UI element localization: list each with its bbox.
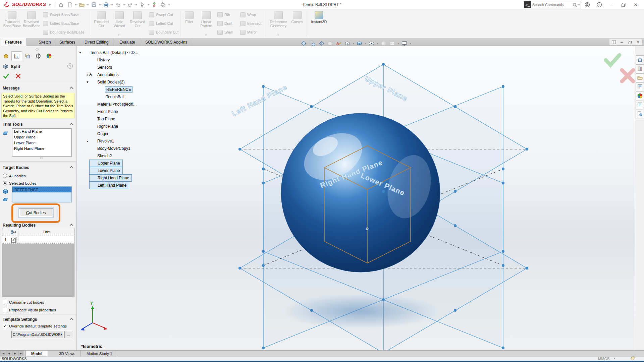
view-settings-dropdown[interactable]: ▾ [409,42,412,45]
restore-button[interactable] [618,1,629,9]
tree-item-revolve1[interactable]: ▸Revolve1 [86,137,115,145]
cancel-button[interactable] [15,73,21,80]
checkbox[interactable] [3,308,7,312]
trim-tool-item[interactable]: Upper Plane [12,134,71,140]
tab-surfaces[interactable]: Surfaces [55,38,80,46]
radio-all-bodies[interactable]: All bodies [3,174,26,178]
rib-button[interactable]: Rib [217,11,230,18]
tree-item-reference-body[interactable]: REFERENCE [98,86,132,93]
revolved-boss-base-button[interactable]: Revolved Boss/Base [22,11,41,28]
next-tab-button[interactable]: ▶ [12,351,18,356]
taskpane-view-palette-button[interactable] [636,82,644,91]
checkbox[interactable] [3,300,7,304]
search-commands-box[interactable]: >_ ▾ [524,1,581,8]
pane-layout-button[interactable] [610,39,618,45]
section-view-button[interactable] [326,39,334,47]
view-orientation-dropdown[interactable]: ▾ [364,42,367,45]
expand-arrow-icon[interactable]: ▼ [86,80,89,84]
radio-circle[interactable] [3,174,7,178]
apply-scene-button[interactable] [388,39,396,47]
last-tab-button[interactable]: ▶| [18,351,24,356]
trim-tools-list[interactable]: Left Hand Plane Upper Plane Lower Plane … [12,128,72,157]
tree-item-annotations[interactable]: ▸AAnnotations [86,71,119,78]
annotation-view-button[interactable]: A [334,39,343,47]
collapse-resulting-chevron[interactable] [69,224,73,227]
consume-cut-bodies-option[interactable]: Consume cut bodies [3,300,44,304]
display-style-button[interactable] [343,39,352,47]
tree-item-right-hand-plane[interactable]: Right Hand Plane [89,174,132,182]
tree-item-tennisball-body[interactable]: TennisBall [98,93,125,101]
tab-display-manager[interactable] [44,51,54,61]
message-section-header[interactable]: Message [3,86,20,90]
browse-button[interactable]: ... [64,331,73,338]
collapse-trim-chevron[interactable] [69,123,73,126]
minimize-button[interactable]: ─ [606,1,617,9]
target-body-item-selected[interactable]: REFERENCE [12,187,71,192]
trim-tools-section-header[interactable]: Trim Tools [3,122,23,127]
taskpane-design-library-button[interactable] [636,64,644,73]
extruded-boss-base-button[interactable]: Extruded Boss/Base [3,11,21,28]
lofted-boss-base-button[interactable]: Lofted Boss/Base [43,20,79,27]
tab-model[interactable]: Model [25,351,48,356]
wrap-button[interactable]: Wrap [240,11,256,18]
tab-solidworks-add-ins[interactable]: SOLIDWORKS Add-Ins [141,38,192,46]
mirror-button[interactable]: Mirror [240,29,257,36]
linear-pattern-button[interactable]: Linear Pattern [197,11,215,28]
revolved-cut-button[interactable]: Revolved Cut [129,11,146,28]
tab-property-manager[interactable] [11,51,22,61]
taskpane-custom-properties-button[interactable] [636,101,644,109]
checkbox[interactable] [3,324,7,328]
reference-geometry-button[interactable]: Reference Geometry [268,11,289,28]
instant3d-button[interactable]: Instant3D [309,11,329,24]
tab-feature-manager[interactable] [1,51,11,61]
radio-selected-bodies[interactable]: Selected bodies [3,181,37,185]
units-indicator[interactable]: MMGS [598,357,609,361]
doc-minimize-button[interactable]: ─ [618,39,626,45]
apply-scene-dropdown[interactable]: ▾ [397,42,400,45]
resulting-body-row[interactable]: 1 [2,236,74,244]
view-settings-button[interactable] [400,39,409,47]
draft-button[interactable]: Draft [217,20,232,27]
taskpane-file-explorer-button[interactable] [636,73,644,82]
tab-3d-views[interactable]: 3D Views [54,351,81,356]
cut-bodies-button[interactable]: Cut Bodies [19,208,53,217]
intersect-button[interactable]: Intersect [240,20,261,27]
propagate-visual-properties-option[interactable]: Propagate visual properties [3,308,56,312]
target-bodies-section-header[interactable]: Target Bodies [3,165,29,170]
help-button[interactable]: ? [67,63,73,69]
expand-arrow-icon[interactable]: ▸ [86,73,89,76]
template-settings-section-header[interactable]: Template Settings [3,317,37,322]
boundary-boss-base-button[interactable]: Boundary Boss/Base [43,29,85,36]
extruded-cut-button[interactable]: Extruded Cut [93,11,110,28]
view-orientation-button[interactable] [355,39,364,47]
tree-item-body-move-copy1[interactable]: Body-Move/Copy1 [86,145,131,152]
tree-item-lower-plane[interactable]: Lower Plane [89,167,123,174]
tennis-ball-body[interactable] [281,113,440,272]
tab-evaluate[interactable]: Evaluate [115,38,140,46]
units-dropdown-icon[interactable]: ▴ [614,357,615,360]
center-vertex-handle[interactable] [382,190,385,193]
tab-dimxpert-manager[interactable] [33,51,44,61]
swept-cut-button[interactable]: Swept Cut [149,11,173,18]
tree-item-origin[interactable]: Origin [86,130,109,137]
tab-motion-study-1[interactable]: Motion Study 1 [81,351,118,356]
help-button[interactable]: ? [594,1,605,9]
collapse-template-chevron[interactable] [69,318,73,321]
display-style-dropdown[interactable]: ▾ [352,42,355,45]
doc-close-button[interactable]: ✕ [634,39,642,45]
graphics-viewport[interactable]: Upper Plane Left Hand Plane Right Hand P… [76,46,635,350]
ok-button[interactable] [3,73,9,80]
tree-item-material[interactable]: Material <not specifi... [86,101,138,108]
tree-item-top-plane[interactable]: Top Plane [86,115,116,123]
zoom-to-fit-button[interactable] [300,39,308,47]
zoom-to-area-button[interactable] [308,39,317,47]
hide-show-items-button[interactable] [367,39,376,47]
curves-button[interactable]: Curves [290,11,305,24]
tab-configuration-manager[interactable] [22,51,33,61]
search-dropdown[interactable]: ▾ [577,3,581,6]
tree-item-solid-bodies[interactable]: ▼Solid Bodies(2) [86,78,125,86]
first-tab-button[interactable]: |◀ [0,351,6,356]
user-account-button[interactable] [582,1,593,9]
search-commands-input[interactable] [531,3,572,7]
hide-show-dropdown[interactable]: ▾ [376,42,379,45]
